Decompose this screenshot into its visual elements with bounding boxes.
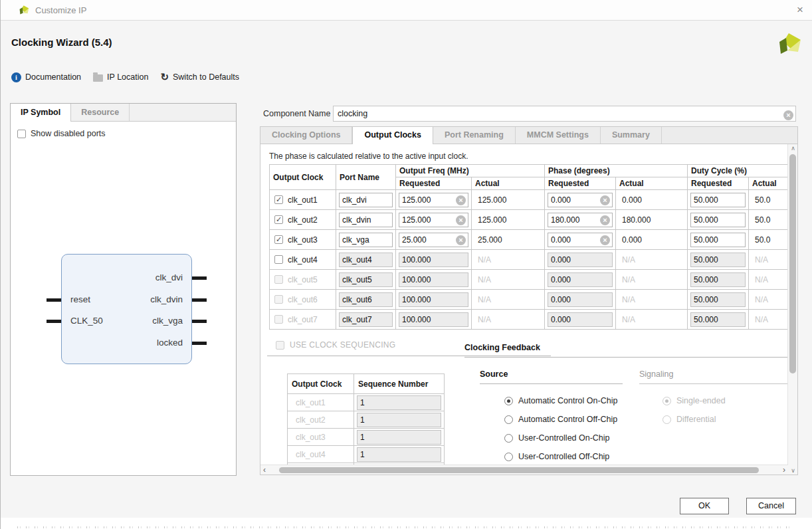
clear-value-icon[interactable]: × <box>456 235 466 245</box>
feedback-source-option[interactable]: User-Controlled Off-Chip <box>504 452 609 461</box>
phase-requested-field-clk_out1[interactable]: 0.000× <box>548 193 613 207</box>
port-name-field-clk_out1[interactable]: clk_dvi <box>339 193 393 207</box>
feedback-source-option[interactable]: Automatic Control On-Chip <box>504 396 617 405</box>
col-duty-group: Duty Cycle (%) <box>688 165 788 177</box>
output-clock-row: clk_out4clk_out4100.000N/A0.000N/A50.000… <box>270 250 788 270</box>
input-stub-reset <box>47 298 61 302</box>
ip-location-button[interactable]: IP Location <box>93 72 148 82</box>
feedback-source-radio[interactable] <box>504 453 513 461</box>
col-freq-group: Output Freq (MHz) <box>396 165 545 177</box>
output-clock-row: clk_out6clk_out6100.000N/A0.000N/A50.000… <box>270 290 788 310</box>
clear-value-icon[interactable]: × <box>600 235 610 245</box>
horizontal-scroll-thumb[interactable] <box>279 467 759 473</box>
documentation-label: Documentation <box>25 72 81 82</box>
enable-checkbox-clk_out4[interactable] <box>274 255 283 264</box>
phase-requested-field-clk_out2[interactable]: 180.000× <box>548 213 613 227</box>
sequence-table: Output Clock Sequence Number clk_out11cl… <box>287 373 445 465</box>
toolbar: i Documentation IP Location ↻ Switch to … <box>11 70 239 84</box>
feedback-source-option[interactable]: User-Controlled On-Chip <box>504 433 610 443</box>
tab-resource[interactable]: Resource <box>71 104 130 121</box>
freq-requested-field-clk_out2[interactable]: 125.000× <box>399 213 468 227</box>
freq-requested-field-clk_out3[interactable]: 25.000× <box>399 233 468 247</box>
feedback-source-option-label: Automatic Control On-Chip <box>518 396 617 405</box>
feedback-signaling-option: Differential <box>662 415 716 424</box>
clear-value-icon[interactable]: × <box>600 215 610 225</box>
output-clocks-content: The phase is calculated relative to the … <box>260 144 798 475</box>
output-stub-clk-vga <box>192 320 207 323</box>
tab-clocking-options[interactable]: Clocking Options <box>260 127 352 144</box>
enable-checkbox-clk_out1[interactable] <box>274 195 283 204</box>
enable-checkbox-clk_out7 <box>274 315 283 324</box>
close-icon[interactable]: × <box>797 3 803 17</box>
documentation-button[interactable]: i Documentation <box>11 72 81 82</box>
clear-value-icon[interactable]: × <box>456 215 466 225</box>
scroll-left-icon[interactable]: ‹ <box>263 465 266 475</box>
horizontal-scrollbar[interactable]: ‹ › <box>260 465 788 475</box>
show-disabled-ports-checkbox[interactable] <box>17 130 26 138</box>
duty-requested-field-clk_out5: 50.000 <box>690 272 746 287</box>
component-name-input[interactable] <box>333 106 796 122</box>
feedback-signaling-radio <box>662 397 671 405</box>
clear-value-icon[interactable]: × <box>456 195 466 205</box>
output-clock-row: clk_out3clk_vga25.000×25.0000.000×0.0005… <box>270 230 788 250</box>
switch-to-defaults-button[interactable]: ↻ Switch to Defaults <box>160 72 239 82</box>
feedback-source-radio[interactable] <box>504 434 513 443</box>
phase-requested-field-clk_out4: 0.000 <box>548 253 613 267</box>
enable-checkbox-clk_out3[interactable] <box>274 235 283 244</box>
cancel-button[interactable]: Cancel <box>746 498 796 514</box>
duty-requested-field-clk_out2[interactable]: 50.000 <box>690 213 746 227</box>
phase-requested-field-clk_out3[interactable]: 0.000× <box>548 233 613 247</box>
xilinx-logo <box>775 32 803 58</box>
feedback-source-radio[interactable] <box>504 397 513 405</box>
tab-ip-symbol[interactable]: IP Symbol <box>11 104 71 122</box>
duty-actual-value: N/A <box>750 255 768 264</box>
clock-name-label: clk_out2 <box>288 215 318 225</box>
freq-actual-value: N/A <box>473 275 491 284</box>
tab-port-renaming[interactable]: Port Renaming <box>433 127 516 144</box>
port-name-field-clk_out3[interactable]: clk_vga <box>339 233 393 247</box>
left-tab-bar: IP Symbol Resource <box>11 104 236 122</box>
freq-requested-field-clk_out7: 100.000 <box>399 312 468 327</box>
port-locked: locked <box>96 337 183 349</box>
output-clocks-table: Output Clock Port Name Output Freq (MHz)… <box>269 164 788 330</box>
output-clock-row: clk_out2clk_dvin125.000×125.000180.000×1… <box>270 210 788 230</box>
duty-requested-field-clk_out1[interactable]: 50.000 <box>690 193 746 207</box>
show-disabled-ports-row[interactable]: Show disabled ports <box>17 129 106 138</box>
sequence-number-field-clk_out4: 1 <box>357 447 441 462</box>
switch-to-defaults-label: Switch to Defaults <box>173 72 239 82</box>
duty-requested-field-clk_out7: 50.000 <box>690 312 746 327</box>
signaling-label: Signaling <box>639 370 673 379</box>
freq-requested-field-clk_out1[interactable]: 125.000× <box>399 193 468 207</box>
tab-output-clocks[interactable]: Output Clocks <box>352 127 433 145</box>
feedback-signaling-option-label: Differential <box>676 415 716 424</box>
component-name-clear-icon[interactable]: × <box>783 108 793 120</box>
vertical-scroll-thumb[interactable] <box>789 154 796 373</box>
ok-button[interactable]: OK <box>680 498 729 514</box>
vertical-scrollbar[interactable]: ∧ ∨ <box>787 144 797 475</box>
use-clock-sequencing-label: USE CLOCK SEQUENCING <box>290 340 395 350</box>
feedback-source-radio[interactable] <box>504 415 513 424</box>
freq-actual-value: 125.000 <box>473 195 506 205</box>
tab-summary[interactable]: Summary <box>601 127 662 144</box>
freq-actual-value: 25.000 <box>473 235 502 245</box>
background-clipped-text <box>17 526 795 528</box>
component-name-label: Component Name <box>263 109 330 118</box>
clocking-feedback-divider <box>464 357 787 358</box>
duty-actual-value: 50.0 <box>750 195 770 205</box>
scroll-right-icon[interactable]: › <box>783 465 785 475</box>
enable-checkbox-clk_out2[interactable] <box>274 215 283 224</box>
duty-requested-field-clk_out3[interactable]: 50.000 <box>690 233 746 247</box>
scroll-down-icon[interactable]: ∨ <box>788 467 798 474</box>
col-duty-requested: Requested <box>688 177 749 190</box>
tab-mmcm-settings[interactable]: MMCM Settings <box>516 127 601 144</box>
port-name-field-clk_out2[interactable]: clk_dvin <box>339 213 393 227</box>
scroll-up-icon[interactable]: ∧ <box>788 145 798 152</box>
sequence-clock-label: clk_out3 <box>288 429 354 446</box>
port-name-field-clk_out6: clk_out6 <box>339 292 393 307</box>
feedback-source-option[interactable]: Automatic Control Off-Chip <box>504 415 617 424</box>
feedback-source-option-label: Automatic Control Off-Chip <box>518 415 617 424</box>
sequence-clock-label: clk_out2 <box>288 411 354 429</box>
phase-requested-field-clk_out5: 0.000 <box>548 272 613 287</box>
clear-value-icon[interactable]: × <box>600 195 610 205</box>
feedback-signaling-radio <box>662 415 671 424</box>
